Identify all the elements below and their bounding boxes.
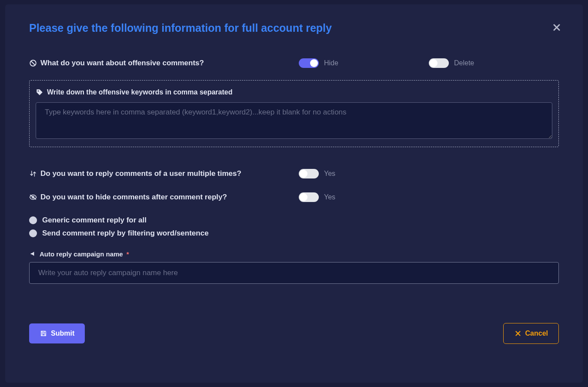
- radio-icon: [29, 229, 37, 237]
- svg-rect-6: [42, 334, 45, 336]
- hide-after-reply-yes-label: Yes: [324, 193, 335, 201]
- keywords-textarea[interactable]: [36, 102, 552, 139]
- hide-after-reply-toggle[interactable]: [299, 192, 319, 202]
- close-icon: [553, 24, 564, 31]
- hide-toggle[interactable]: [299, 58, 319, 68]
- modal-title: Please give the following information fo…: [29, 22, 559, 34]
- tag-icon: [36, 88, 43, 96]
- offensive-comments-text: What do you want about offensive comment…: [40, 59, 204, 67]
- reply-multiple-toggle[interactable]: [299, 169, 319, 178]
- offensive-comments-label: What do you want about offensive comment…: [29, 59, 299, 67]
- campaign-name-label: Auto reply campaign name *: [29, 250, 559, 258]
- close-button[interactable]: [553, 24, 564, 34]
- svg-point-2: [38, 91, 39, 92]
- button-row: Submit Cancel: [29, 323, 559, 344]
- hide-after-reply-label: Do you want to hide comments after comme…: [29, 193, 299, 202]
- sort-icon: [29, 170, 37, 178]
- submit-button[interactable]: Submit: [29, 323, 85, 343]
- radio-generic-reply[interactable]: Generic comment reply for all: [29, 216, 559, 225]
- radio-icon: [29, 216, 37, 224]
- hide-after-reply-row: Do you want to hide comments after comme…: [29, 192, 559, 202]
- required-mark: *: [127, 250, 129, 258]
- save-icon: [40, 330, 47, 337]
- bullhorn-icon: [29, 250, 37, 258]
- radio-filter-label: Send comment reply by filtering word/sen…: [42, 229, 209, 238]
- svg-rect-5: [42, 331, 44, 333]
- eye-slash-icon: [29, 193, 37, 201]
- reply-multiple-yes-label: Yes: [324, 170, 335, 178]
- keywords-label: Write down the offensive keywords in com…: [36, 88, 552, 96]
- submit-label: Submit: [51, 330, 74, 337]
- reply-multiple-row: Do you want to reply comments of a user …: [29, 169, 559, 178]
- campaign-name-input[interactable]: [29, 262, 559, 284]
- offensive-comments-row: What do you want about offensive comment…: [29, 58, 559, 68]
- ban-icon: [29, 59, 37, 67]
- modal-dialog: Please give the following information fo…: [5, 4, 583, 383]
- hide-toggle-label: Hide: [324, 59, 338, 67]
- keywords-label-text: Write down the offensive keywords in com…: [47, 88, 232, 96]
- reply-multiple-text: Do you want to reply comments of a user …: [40, 169, 241, 178]
- svg-line-1: [31, 61, 35, 65]
- keywords-box: Write down the offensive keywords in com…: [29, 80, 559, 147]
- radio-generic-label: Generic comment reply for all: [42, 216, 147, 225]
- reply-mode-radio-group: Generic comment reply for all Send comme…: [29, 216, 559, 238]
- reply-multiple-label: Do you want to reply comments of a user …: [29, 169, 299, 178]
- hide-after-reply-text: Do you want to hide comments after comme…: [40, 193, 227, 202]
- cancel-label: Cancel: [525, 330, 548, 337]
- delete-toggle[interactable]: [429, 58, 449, 68]
- campaign-name-text: Auto reply campaign name: [40, 250, 123, 258]
- radio-filter-reply[interactable]: Send comment reply by filtering word/sen…: [29, 229, 559, 238]
- cancel-button[interactable]: Cancel: [503, 323, 559, 344]
- cancel-icon: [514, 330, 522, 337]
- delete-toggle-label: Delete: [454, 59, 474, 67]
